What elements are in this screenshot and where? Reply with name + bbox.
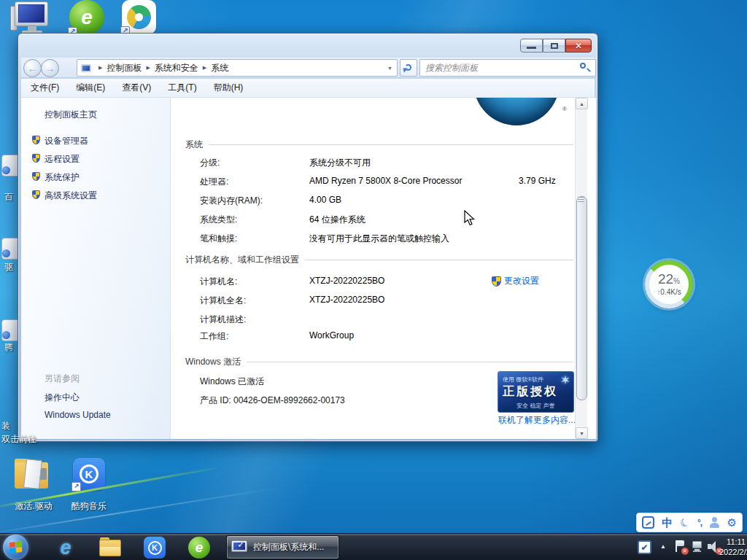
scrollbar-thumb[interactable] (576, 196, 587, 400)
rating-label: 分级: (200, 157, 220, 169)
row-rating: 分级: 系统分级不可用 (171, 157, 596, 168)
ime-user-icon[interactable] (709, 517, 719, 528)
desktop: e ↗ ↗ 百 驱 腾 装 双击前往 激活.驱动 K ↗ 酷狗音乐 ✕ (0, 0, 747, 560)
address-dropdown-icon[interactable]: ▼ (387, 66, 392, 71)
desktop-icon-computer[interactable] (10, 1, 50, 35)
error-badge-icon: ✕ (681, 548, 689, 555)
memory-value: 4.00 GB (309, 195, 341, 205)
taskbar-kugou-button[interactable]: K (143, 536, 166, 559)
navigation-bar: ← → ▶ 控制面板 ▶ 系统和安全 ▶ 系统 ▼ 搜索控制面板 (21, 58, 595, 78)
back-button[interactable]: ← (23, 59, 42, 77)
partial-icon-logo (2, 249, 10, 257)
pen-touch-value: 没有可用于此显示器的笔或触控输入 (309, 233, 449, 245)
close-icon: ✕ (575, 41, 582, 51)
minimize-button[interactable] (520, 39, 543, 52)
desktop-icon-partial[interactable] (0, 238, 18, 262)
breadcrumb-system-security[interactable]: 系统和安全 (155, 62, 198, 74)
menu-edit[interactable]: 编辑(E) (76, 82, 105, 94)
ime-toolbar[interactable]: 中 ☾ °, ⚙ (636, 513, 743, 532)
scroll-down-button[interactable]: ▼ (576, 427, 588, 439)
taskbar-360browser-button[interactable]: e (187, 536, 211, 559)
computer-description-label: 计算机描述: (200, 314, 246, 326)
badge-line3: 安全 稳定 声誉 (498, 402, 573, 410)
start-button[interactable] (3, 534, 28, 560)
menu-view[interactable]: 查看(V) (122, 82, 151, 94)
ime-settings-gear-icon[interactable]: ⚙ (727, 517, 737, 528)
upload-rate: ↑0.4K/s (657, 288, 681, 296)
show-hidden-icons-button[interactable]: ▲ (660, 543, 666, 550)
sidebar-item-system-protection[interactable]: 系统保护 (44, 171, 80, 184)
taskbar-clock[interactable]: 11:11 2022/2/25 (719, 537, 746, 557)
desktop-icon-app-colorful[interactable]: ↗ (122, 0, 156, 34)
close-button[interactable]: ✕ (565, 39, 592, 52)
row-computer-description: 计算机描述: (171, 314, 596, 325)
uac-shield-icon (492, 276, 501, 287)
breadcrumb-system[interactable]: 系统 (211, 62, 228, 74)
network-speed-ball[interactable]: 22% ↑0.4K/s (645, 260, 693, 308)
sidebar-item-action-center[interactable]: 操作中心 (44, 392, 80, 404)
ime-punctuation-button[interactable]: °, (697, 518, 702, 527)
computer-monitor-part (15, 1, 48, 26)
desktop-icon-partial[interactable] (0, 155, 18, 179)
desktop-icon-activation-folder[interactable] (15, 458, 51, 490)
section-header-activation: Windows 激活 (185, 356, 573, 368)
sidebar-item-home[interactable]: 控制面板主页 (44, 109, 97, 121)
taskbar-explorer-button[interactable] (98, 536, 122, 559)
network-tray-icon[interactable] (691, 540, 704, 553)
section-rule (209, 144, 573, 145)
uac-shield-icon (32, 154, 40, 163)
tray-checkmark-icon[interactable]: ✔ (638, 540, 651, 554)
menu-tools[interactable]: 工具(T) (168, 82, 196, 94)
clock-date: 2022/2/25 (719, 547, 746, 557)
uac-shield-icon (32, 172, 40, 181)
flag-pane (9, 548, 15, 553)
address-bar[interactable]: ▶ 控制面板 ▶ 系统和安全 ▶ 系统 ▼ (77, 59, 398, 77)
scroll-up-button[interactable]: ▲ (576, 98, 588, 109)
speed-ball-face: 22% ↑0.4K/s (649, 265, 689, 304)
maximize-button[interactable] (543, 39, 565, 52)
desktop-icon-browser-360[interactable]: e ↗ (69, 0, 104, 35)
system-window-icon: ✓ (231, 540, 249, 555)
row-workgroup: 工作组: WorkGroup (171, 330, 596, 342)
speaker-cone-part (710, 541, 716, 553)
vertical-scrollbar[interactable]: ▲ ▼ (575, 98, 587, 439)
ime-fullwidth-moon-icon[interactable]: ☾ (678, 516, 692, 529)
change-settings-link[interactable]: 更改设置 (492, 275, 539, 287)
kugou-k-icon: K (80, 464, 98, 483)
workgroup-label: 工作组: (200, 330, 228, 343)
taskbar-ie-button[interactable]: e (54, 536, 77, 559)
sidebar-item-windows-update[interactable]: Windows Update (44, 410, 111, 420)
refresh-button[interactable] (400, 59, 417, 77)
sidebar-item-device-manager[interactable]: 设备管理器 (44, 135, 88, 147)
search-icon-circle (580, 63, 586, 69)
forward-button[interactable]: → (41, 59, 59, 77)
desktop-icon-label: 腾 (0, 341, 18, 354)
rating-unavailable-link[interactable]: 系统分级不可用 (309, 157, 371, 169)
minimize-icon (527, 47, 536, 49)
row-memory: 安装内存(RAM): 4.00 GB (171, 195, 596, 206)
desktop-icon-kugou[interactable]: K ↗ (73, 458, 105, 490)
menu-file[interactable]: 文件(F) (31, 82, 59, 94)
browser-360-icon: e (188, 537, 210, 559)
flag-pane (16, 547, 22, 553)
desktop-icon-partial[interactable] (0, 319, 18, 344)
learn-more-online-link[interactable]: 联机了解更多内容... (498, 414, 576, 427)
action-center-flag-icon[interactable]: ✕ (675, 540, 686, 554)
badge-line2: 正版授权 (503, 384, 558, 400)
system-properties-window: ✕ ← → ▶ 控制面板 ▶ 系统和安全 ▶ 系统 ▼ 搜索控制面板 (18, 33, 598, 442)
crumb-arrow-icon: ▶ (203, 65, 206, 71)
breadcrumb-control-panel[interactable]: 控制面板 (107, 62, 142, 74)
kugou-k-glyph: K (148, 541, 162, 555)
activation-status: Windows 已激活 (200, 376, 264, 388)
sidebar-item-advanced-settings[interactable]: 高级系统设置 (44, 190, 97, 202)
menu-help[interactable]: 帮助(H) (214, 82, 244, 94)
search-icon[interactable] (579, 62, 591, 74)
flag-cloth-part (677, 540, 684, 546)
taskbar-active-window-button[interactable]: ✓ 控制面板\系统和... (226, 535, 339, 559)
desktop-icon-label: 百 (0, 191, 18, 203)
search-input[interactable]: 搜索控制面板 (419, 59, 596, 77)
sidebar-item-remote-settings[interactable]: 远程设置 (44, 153, 80, 166)
ime-status-dial-icon[interactable] (642, 516, 654, 529)
menu-bar: 文件(F) 编辑(E) 查看(V) 工具(T) 帮助(H) (21, 79, 595, 98)
ime-chinese-mode-button[interactable]: 中 (662, 517, 673, 528)
